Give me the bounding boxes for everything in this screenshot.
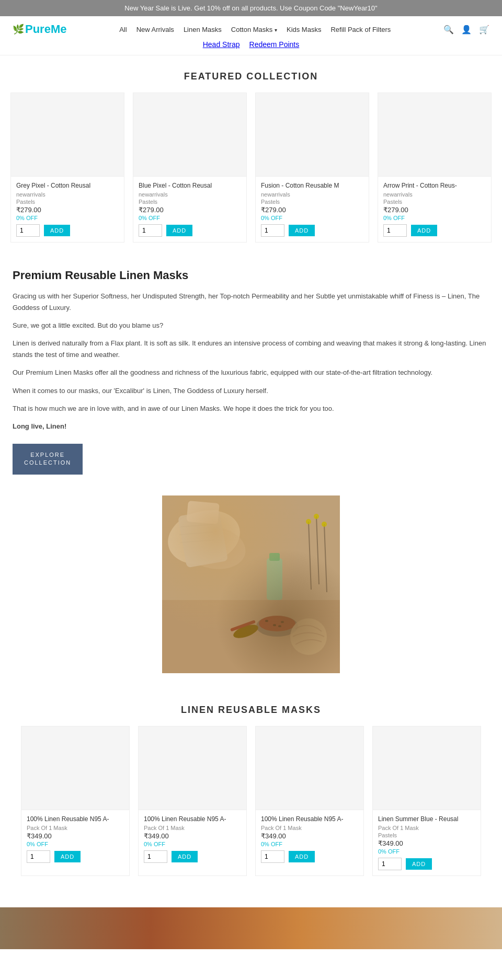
featured-product-4-image: [378, 93, 491, 177]
featured-product-3-tag1: newarrivals: [261, 191, 363, 198]
logo-icon: 🌿: [13, 24, 24, 35]
linen-product-2-price: ₹349.00: [144, 832, 241, 840]
featured-product-1-tag1: newarrivals: [16, 191, 119, 198]
featured-product-3-discount: 0% OFF: [261, 215, 363, 221]
featured-product-3-qty-row: ADD: [261, 224, 363, 237]
featured-product-1-add-btn[interactable]: ADD: [44, 225, 70, 236]
featured-product-grid: Grey Pixel - Cotton Reusal newarrivals P…: [0, 93, 502, 258]
svg-line-24: [180, 540, 214, 543]
explore-collection-button[interactable]: EXPLORECOLLECTION: [13, 444, 83, 475]
svg-rect-0: [162, 495, 340, 673]
linen-product-2-name: 100% Linen Reusable N95 A-: [144, 815, 241, 823]
linen-product-3-add-btn[interactable]: ADD: [289, 851, 315, 862]
main-nav: All New Arrivals Linen Masks Cotton Mask…: [119, 26, 391, 33]
featured-product-2-tag1: newarrivals: [139, 191, 241, 198]
featured-product-2-price: ₹279.00: [139, 206, 241, 214]
nav-linen-masks[interactable]: Linen Masks: [184, 26, 222, 33]
header-nav-row-2: Head Strap Redeem Points: [203, 40, 300, 49]
footer-image-strip: [0, 907, 502, 949]
svg-rect-21: [178, 509, 228, 568]
featured-product-1-tag2: Pastels: [16, 199, 119, 205]
featured-product-2-discount: 0% OFF: [139, 215, 241, 221]
linen-product-1-discount: 0% OFF: [27, 841, 124, 847]
linen-para-2: Sure, we got a little excited. But do yo…: [13, 320, 489, 331]
nav-head-strap[interactable]: Head Strap: [203, 40, 240, 49]
featured-product-2-info: Blue Pixel - Cotton Reusal newarrivals P…: [133, 177, 246, 242]
linen-product-3-tag1: Pack Of 1 Mask: [261, 825, 358, 831]
linen-product-3-discount: 0% OFF: [261, 841, 358, 847]
svg-point-17: [314, 514, 319, 519]
featured-product-2-qty[interactable]: [139, 224, 162, 237]
svg-rect-20: [230, 620, 256, 632]
featured-product-1: Grey Pixel - Cotton Reusal newarrivals P…: [10, 93, 124, 243]
nav-cotton-masks[interactable]: Cotton Masks ▾: [231, 26, 277, 33]
linen-hero-image-wrapper: [0, 490, 502, 689]
featured-product-2-add-btn[interactable]: ADD: [166, 225, 192, 236]
featured-product-4: Arrow Print - Cotton Reus- newarrivals P…: [378, 93, 492, 243]
svg-point-18: [322, 522, 327, 527]
svg-point-8: [265, 620, 268, 622]
linen-product-4-image: [373, 727, 481, 810]
linen-product-1: 100% Linen Reusable N95 A- Pack Of 1 Mas…: [21, 726, 130, 876]
announcement-bar: New Year Sale is Live. Get 10% off on al…: [0, 0, 502, 16]
nav-redeem-points[interactable]: Redeem Points: [249, 40, 300, 49]
featured-product-4-add-btn[interactable]: ADD: [411, 225, 437, 236]
linen-product-1-add-btn[interactable]: ADD: [54, 851, 81, 862]
featured-product-1-discount: 0% OFF: [16, 215, 119, 221]
linen-product-4-discount: 0% OFF: [378, 848, 475, 855]
svg-rect-25: [187, 501, 220, 524]
linen-product-2-qty[interactable]: [144, 850, 167, 863]
linen-product-3-qty-row: ADD: [261, 850, 358, 863]
svg-point-3: [180, 522, 249, 574]
svg-point-16: [306, 519, 311, 524]
linen-para-4: Our Premium Linen Masks offer all the go…: [13, 367, 489, 378]
nav-refill-pack[interactable]: Refill Pack of Filters: [330, 26, 391, 33]
featured-product-3: Fusion - Cotton Reusable M newarrivals P…: [255, 93, 369, 243]
featured-product-4-discount: 0% OFF: [383, 215, 486, 221]
featured-product-3-tag2: Pastels: [261, 199, 363, 205]
linen-product-4-qty[interactable]: [378, 858, 402, 870]
linen-product-4-qty-row: ADD: [378, 858, 475, 870]
featured-product-4-tag1: newarrivals: [383, 191, 486, 198]
nav-new-arrivals[interactable]: New Arrivals: [136, 26, 174, 33]
linen-product-grid: 100% Linen Reusable N95 A- Pack Of 1 Mas…: [10, 726, 492, 892]
linen-product-4-name: Linen Summer Blue - Reusal: [378, 815, 475, 823]
linen-product-4-price: ₹349.00: [378, 839, 475, 847]
search-icon[interactable]: 🔍: [443, 25, 454, 34]
nav-cotton-masks-label: Cotton Masks: [231, 26, 272, 33]
svg-point-11: [278, 625, 281, 627]
linen-product-1-qty[interactable]: [27, 850, 50, 863]
nav-kids-masks[interactable]: Kids Masks: [287, 26, 321, 33]
linen-product-3-qty[interactable]: [261, 850, 284, 863]
svg-point-10: [281, 621, 284, 623]
featured-product-4-qty[interactable]: [383, 224, 407, 237]
login-icon[interactable]: 👤: [461, 25, 472, 34]
linen-product-1-price: ₹349.00: [27, 832, 124, 840]
svg-line-22: [180, 524, 214, 527]
linen-product-2-add-btn[interactable]: ADD: [172, 851, 198, 862]
svg-line-15: [324, 524, 327, 592]
svg-point-19: [232, 622, 260, 641]
featured-product-3-add-btn[interactable]: ADD: [289, 225, 315, 236]
linen-product-4-info: Linen Summer Blue - Reusal Pack Of 1 Mas…: [373, 810, 481, 875]
linen-product-1-tag1: Pack Of 1 Mask: [27, 825, 124, 831]
linen-product-2: 100% Linen Reusable N95 A- Pack Of 1 Mas…: [138, 726, 247, 876]
svg-point-12: [290, 618, 327, 655]
linen-product-4-add-btn[interactable]: ADD: [406, 858, 432, 870]
featured-product-1-qty[interactable]: [16, 224, 40, 237]
linen-product-2-tag1: Pack Of 1 Mask: [144, 825, 241, 831]
featured-product-1-name: Grey Pixel - Cotton Reusal: [16, 182, 119, 189]
header: 🌿 PureMe All New Arrivals Linen Masks Co…: [0, 16, 502, 55]
linen-product-2-discount: 0% OFF: [144, 841, 241, 847]
linen-product-4: Linen Summer Blue - Reusal Pack Of 1 Mas…: [372, 726, 481, 876]
linen-masks-section: LINEN REUSABLE MASKS 100% Linen Reusable…: [0, 689, 502, 902]
cotton-masks-dropdown-icon: ▾: [275, 27, 277, 33]
nav-all[interactable]: All: [119, 26, 127, 33]
announcement-text: New Year Sale is Live. Get 10% off on al…: [124, 4, 377, 12]
featured-product-1-image: [11, 93, 124, 177]
cart-icon[interactable]: 🛒: [479, 25, 489, 34]
featured-product-2-qty-row: ADD: [139, 224, 241, 237]
logo[interactable]: 🌿 PureMe: [13, 22, 66, 36]
featured-product-3-qty[interactable]: [261, 224, 284, 237]
svg-rect-1: [162, 495, 340, 600]
